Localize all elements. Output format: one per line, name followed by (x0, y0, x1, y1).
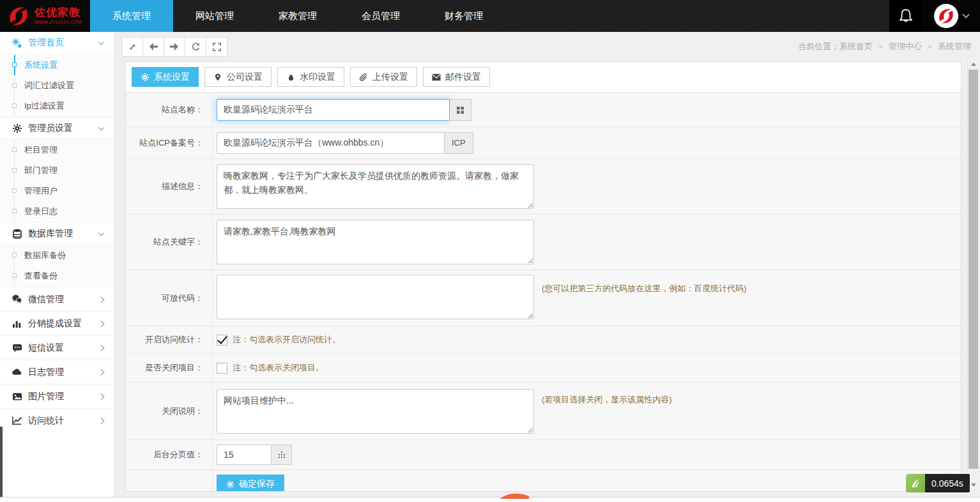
nav-item-system[interactable]: 系统管理 (90, 0, 173, 32)
refresh-button[interactable] (185, 37, 206, 57)
sidebar-group-images[interactable]: 图片管理 (0, 384, 114, 408)
save-row: 确定保存 (126, 470, 961, 492)
main-panel: 系统设置 公司设置 水印设置 上传设置 邮件设置 (125, 61, 961, 492)
grid-addon-button[interactable] (450, 99, 471, 121)
sidebar-item-system-settings[interactable]: 系统设置 (0, 55, 114, 75)
sidebar-item-label: 登录日志 (24, 206, 57, 216)
avatar (934, 4, 958, 28)
sidebar-group-logs[interactable]: 日志管理 (0, 360, 114, 384)
sidebar-group-label: 管理首页 (28, 37, 64, 49)
paperclip-icon (359, 73, 368, 82)
tab-label: 邮件设置 (445, 72, 481, 83)
expand-diagonal-icon (128, 42, 137, 52)
settings-form: 站点名称： 站点ICP备案号： ICP (126, 93, 961, 492)
sidebar-submenu-database: 数据库备份 查看备份 (0, 244, 114, 287)
sidebar-group-admin-settings[interactable]: 管理员设置 (0, 117, 114, 139)
notifications-button[interactable] (889, 0, 923, 32)
nav-item-tutoring[interactable]: 家教管理 (256, 0, 339, 32)
tab-upload-settings[interactable]: 上传设置 (350, 67, 417, 87)
sidebar-item-word-filter[interactable]: 词汇过滤设置 (0, 75, 114, 96)
map-marker-icon (213, 73, 222, 82)
icp-input[interactable] (217, 132, 445, 154)
sidebar-item-label: 部门管理 (24, 165, 57, 175)
save-button-label: 确定保存 (239, 478, 275, 490)
save-button[interactable]: 确定保存 (217, 475, 284, 492)
visit-stats-checkbox[interactable] (217, 335, 227, 346)
breadcrumb-prefix: 当前位置： (798, 42, 839, 51)
user-menu[interactable] (923, 0, 980, 32)
keywords-textarea[interactable]: 请家教,家教平台,嗨教家教网 (217, 220, 534, 264)
sidebar-item-label: 数据库备份 (24, 250, 66, 260)
sidebar-item-admin-users[interactable]: 管理用户 (0, 181, 114, 201)
code-textarea[interactable] (217, 275, 534, 319)
sidebar-item-columns[interactable]: 栏目管理 (0, 140, 114, 160)
sidebar-item-view-backups[interactable]: 查看备份 (0, 266, 114, 286)
sidebar-group-admin-home[interactable]: 管理首页 (0, 32, 114, 54)
site-name-input[interactable] (217, 99, 450, 121)
page-size-input[interactable] (217, 445, 272, 465)
fullscreen-button[interactable] (206, 37, 227, 57)
tree-bullet (12, 83, 17, 87)
gear-icon (11, 123, 22, 133)
breadcrumb-separator: ＞ (877, 42, 885, 51)
grid-icon (456, 106, 464, 114)
sidebar-group-wechat[interactable]: 微信管理 (0, 287, 114, 311)
sidebar-group-commission[interactable]: 分销提成设置 (0, 311, 114, 335)
sidebar-group-sms[interactable]: 短信设置 (0, 335, 114, 360)
close-note-row: 关闭说明： 网站项目维护中... (若项目选择关闭，显示该属性内容) (126, 383, 961, 440)
sidebar-item-login-logs[interactable]: 登录日志 (0, 201, 114, 222)
sidebar: 管理首页 系统设置 词汇过滤设置 Ip过滤设置 管理员设置 栏目管理 部门管理 … (0, 32, 115, 502)
scrollbar-thumb[interactable] (969, 70, 978, 469)
tab-toolbar (121, 37, 227, 57)
visit-stats-label: 开启访问统计： (126, 326, 213, 353)
avatar-logo-icon (937, 6, 956, 26)
chevron-down-icon (98, 229, 105, 236)
nav-item-website[interactable]: 网站管理 (173, 0, 256, 32)
sidebar-group-database[interactable]: 数据库管理 (0, 222, 114, 244)
sidebar-submenu-admin-settings: 栏目管理 部门管理 管理用户 登录日志 (0, 139, 114, 222)
tab-mail-settings[interactable]: 邮件设置 (423, 67, 490, 87)
breadcrumb-separator: ＞ (926, 42, 934, 51)
top-header: 佐优家教 WWW.ZYJJ114.COM 系统管理 网站管理 家教管理 会员管理… (0, 0, 980, 32)
gear-icon (226, 480, 234, 489)
nav-item-members[interactable]: 会员管理 (339, 0, 422, 32)
breadcrumb-admin-center[interactable]: 管理中心 (889, 42, 922, 51)
sidebar-item-ip-filter[interactable]: Ip过滤设置 (0, 96, 114, 116)
sidebar-item-departments[interactable]: 部门管理 (0, 160, 114, 181)
tab-label: 系统设置 (154, 72, 190, 83)
page-size-label: 后台分页值： (126, 440, 213, 469)
sidebar-edge-strip (0, 427, 3, 498)
page-size-addon-button[interactable] (272, 445, 292, 465)
expand-diagonal-button[interactable] (121, 37, 143, 57)
debug-time-label: 0.0654s (925, 474, 970, 492)
close-project-note: 注：勾选表示关闭项目。 (233, 362, 324, 374)
back-button[interactable] (142, 37, 164, 57)
tab-company-settings[interactable]: 公司设置 (204, 67, 272, 87)
image-icon (11, 391, 22, 402)
description-textarea[interactable]: 嗨教家教网，专注于为广大家长及学员提供优质的教师资源。请家教，做家都，就上嗨教家… (217, 164, 534, 209)
tree-bullet (12, 103, 17, 108)
settings-tabs: 系统设置 公司设置 水印设置 上传设置 邮件设置 (126, 62, 961, 93)
debug-time-badge[interactable]: 0.0654s (906, 474, 970, 492)
chevron-right-icon (98, 321, 105, 327)
page-size-row: 后台分页值： (126, 440, 961, 470)
nav-item-finance[interactable]: 财务管理 (422, 0, 505, 32)
keywords-label: 站点关键字： (126, 215, 213, 270)
sidebar-item-db-backup[interactable]: 数据库备份 (0, 245, 114, 266)
close-project-row: 是否关闭项目： 注：勾选表示关闭项目。 (126, 354, 961, 383)
cloud-icon (11, 367, 22, 377)
scroll-up-arrow[interactable] (968, 59, 979, 69)
vertical-scrollbar[interactable] (967, 59, 978, 490)
sidebar-group-label: 短信设置 (28, 342, 64, 354)
close-note-textarea[interactable]: 网站项目维护中... (217, 389, 534, 434)
close-project-checkbox[interactable] (217, 363, 227, 374)
sidebar-group-visit-stats[interactable]: 访问统计 (0, 408, 114, 432)
close-note-label: 关闭说明： (126, 383, 213, 439)
breadcrumb-home[interactable]: 系统首页 (839, 42, 873, 51)
tab-system-settings[interactable]: 系统设置 (132, 67, 199, 87)
gear-icon (141, 73, 149, 82)
forward-button[interactable] (164, 37, 185, 57)
chevron-right-icon (98, 345, 105, 351)
code-hint: (您可以把第三方的代码放在这里，例如：百度统计代码) (542, 283, 747, 294)
tab-watermark-settings[interactable]: 水印设置 (277, 67, 344, 87)
